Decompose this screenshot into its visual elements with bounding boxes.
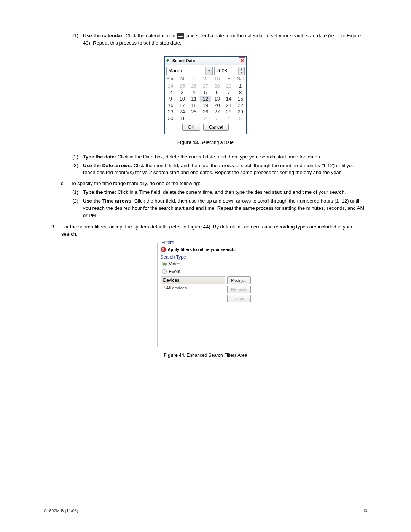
step-body: To specify the time range manually, do o… xyxy=(71,180,367,187)
devices-header: Devices xyxy=(161,277,225,284)
calendar-day-cell[interactable]: 31 xyxy=(177,115,188,121)
tree-item-label: All devices xyxy=(166,286,187,290)
devices-panel: Devices └ All devices xyxy=(161,276,225,343)
radio-on-icon xyxy=(162,262,167,266)
calendar-day-cell[interactable]: 27 xyxy=(211,109,223,115)
step-3-main: 3. For the search filters, accept the sy… xyxy=(51,224,367,238)
calendar-day-cell[interactable]: 21 xyxy=(223,102,235,109)
chevron-down-icon[interactable]: ▾ xyxy=(206,67,212,75)
calendar-day-cell[interactable]: 24 xyxy=(177,109,188,115)
calendar-day-cell[interactable]: 2 xyxy=(165,89,177,96)
calendar-day-cell[interactable]: 13 xyxy=(211,96,223,102)
step-bold: Use the Time arrows: xyxy=(83,198,133,204)
tree-branch-icon: └ xyxy=(163,286,166,290)
calendar-day-cell[interactable]: 25 xyxy=(177,83,188,89)
calendar-day-cell[interactable]: 26 xyxy=(200,109,212,115)
calendar-day-cell[interactable]: 8 xyxy=(234,89,246,96)
figure-label: Figure 43. xyxy=(177,140,199,145)
calendar-day-cell[interactable]: 27 xyxy=(200,83,212,89)
calendar-day-cell[interactable]: 16 xyxy=(165,102,177,109)
calendar-day-cell[interactable]: 29 xyxy=(234,109,246,115)
footer-doc-id: C1697M-B (11/08) xyxy=(44,508,78,513)
step-number: 3. xyxy=(51,224,61,238)
step-body: Use the Time arrows: Click the hour fiel… xyxy=(83,198,367,219)
calendar-day-cell[interactable]: 28 xyxy=(211,83,223,89)
filters-fieldset: Filters 2 Apply filters to refine your s… xyxy=(157,243,254,347)
calendar-day-cell[interactable]: 25 xyxy=(188,109,200,115)
calendar-day-cell[interactable]: 3 xyxy=(177,89,188,96)
step-body: Use the Date arrows: Click the month fie… xyxy=(83,162,367,177)
calendar-day-cell[interactable]: 22 xyxy=(234,102,246,109)
year-spin-buttons[interactable]: ▲ ▼ xyxy=(238,67,244,75)
step-bold: Type the time: xyxy=(83,189,116,195)
modify-button[interactable]: Modify... xyxy=(227,276,251,284)
chevron-down-icon[interactable]: ▼ xyxy=(239,71,244,75)
calendar-day-cell[interactable]: 7 xyxy=(223,89,235,96)
step-text: Click in the Date box, delete the curren… xyxy=(116,154,321,160)
ok-button[interactable]: OK xyxy=(182,124,200,131)
calendar-day-cell[interactable]: 1 xyxy=(234,83,246,89)
chevron-up-icon[interactable]: ▲ xyxy=(239,67,244,71)
step-c: c. To specify the time range manually, d… xyxy=(61,180,367,187)
step-body: For the search filters, accept the syste… xyxy=(61,224,367,238)
tree-item-all-devices[interactable]: └ All devices xyxy=(163,286,222,290)
step-number: c. xyxy=(61,180,71,187)
calendar-day-cell[interactable]: 17 xyxy=(177,102,188,109)
calendar-day-cell[interactable]: 1 xyxy=(188,115,200,121)
calendar-day-cell[interactable]: 5 xyxy=(234,115,246,121)
substep-c1: (1) Type the time: Click in a Time field… xyxy=(72,189,367,196)
month-dropdown[interactable]: March ▾ xyxy=(166,67,213,75)
calendar-day-cell[interactable]: 26 xyxy=(188,83,200,89)
step-bold: Type the date: xyxy=(83,154,116,160)
filters-instruction: 2 Apply filters to refine your search. xyxy=(161,247,251,252)
remove-button[interactable]: Remove xyxy=(227,286,251,293)
step-body: Use the calendar: Click the calendar ico… xyxy=(83,32,367,47)
calendar-day-cell[interactable]: 6 xyxy=(211,89,223,96)
calendar-day-cell[interactable]: 24 xyxy=(165,83,177,89)
step-body: Type the date: Click in the Date box, de… xyxy=(83,153,367,161)
calendar-day-cell[interactable]: 14 xyxy=(223,96,235,102)
instruction-text: Apply filters to refine your search. xyxy=(168,247,236,252)
calendar-day-cell[interactable]: 12 xyxy=(200,96,212,102)
step-number: (1) xyxy=(72,189,83,196)
devices-tree[interactable]: └ All devices xyxy=(161,284,225,343)
step-number: (3) xyxy=(72,162,83,177)
step-body: Type the time: Click in a Time field, de… xyxy=(83,189,367,196)
step-bold: Use the calendar: xyxy=(83,33,124,38)
calendar-day-cell[interactable]: 9 xyxy=(165,96,177,102)
step-text: Click in a Time field, delete the curren… xyxy=(116,189,346,195)
calendar-day-cell[interactable]: 20 xyxy=(211,102,223,109)
calendar-day-header: W xyxy=(200,76,212,83)
figure-text: Selecting a Date xyxy=(199,140,234,145)
calendar-day-cell[interactable]: 30 xyxy=(165,115,177,121)
calendar-day-cell[interactable]: 15 xyxy=(234,96,246,102)
calendar-day-cell[interactable]: 5 xyxy=(200,89,212,96)
radio-event[interactable]: Event xyxy=(161,269,251,274)
cancel-button[interactable]: Cancel xyxy=(203,124,229,131)
calendar-day-cell[interactable]: 3 xyxy=(211,115,223,121)
diamond-icon xyxy=(166,58,171,63)
substep-2: (2) Type the date: Click in the Date box… xyxy=(72,153,367,161)
calendar-day-cell[interactable]: 28 xyxy=(223,109,235,115)
calendar-day-cell[interactable]: 4 xyxy=(223,115,235,121)
calendar-day-cell[interactable]: 11 xyxy=(188,96,200,102)
step-badge: 2 xyxy=(161,247,166,252)
calendar-day-cell[interactable]: 23 xyxy=(165,109,177,115)
calendar-day-cell[interactable]: 10 xyxy=(177,96,188,102)
close-button[interactable]: ✕ xyxy=(239,57,245,64)
calendar-day-cell[interactable]: 18 xyxy=(188,102,200,109)
reset-button[interactable]: Reset xyxy=(227,295,251,302)
search-type-label: Search Type xyxy=(161,254,251,260)
year-value: 2008 xyxy=(216,68,227,73)
calendar-day-cell[interactable]: 19 xyxy=(200,102,212,109)
year-spinner[interactable]: 2008 ▲ ▼ xyxy=(214,67,245,75)
dialog-title: Select Date xyxy=(172,58,195,63)
filters-figure: Filters 2 Apply filters to refine your s… xyxy=(157,243,254,347)
step-text-a: Click the calendar icon xyxy=(124,33,177,38)
calendar-day-header: M xyxy=(177,76,188,83)
radio-video[interactable]: Video xyxy=(161,261,251,267)
calendar-day-cell[interactable]: 2 xyxy=(200,115,212,121)
footer-page-number: 43 xyxy=(363,508,367,513)
calendar-day-cell[interactable]: 29 xyxy=(223,83,235,89)
calendar-day-cell[interactable]: 4 xyxy=(188,89,200,96)
